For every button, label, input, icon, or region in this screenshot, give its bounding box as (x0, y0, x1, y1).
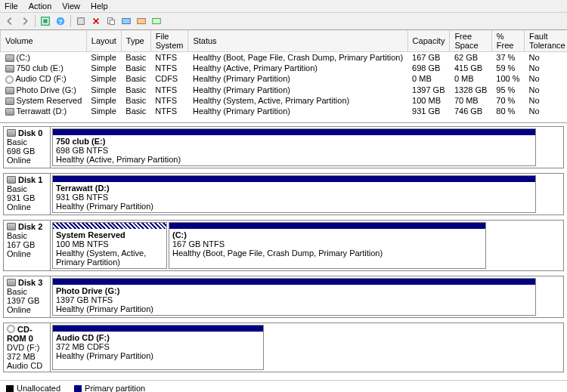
disk-partitions: System Reserved100 MB NTFSHealthy (Syste… (51, 221, 563, 270)
table-row[interactable]: System ReservedSimpleBasicNTFSHealthy (S… (1, 95, 568, 106)
menu-help[interactable]: Help (91, 2, 108, 11)
menubar: File Action View Help (0, 0, 567, 13)
partition-header (53, 326, 263, 332)
svg-rect-1 (43, 19, 47, 23)
partition-header (53, 223, 166, 229)
table-row[interactable]: Audio CD (F:)SimpleBasicCDFSHealthy (Pri… (1, 73, 568, 85)
menu-file[interactable]: File (5, 2, 18, 11)
action3-icon[interactable] (150, 14, 163, 28)
disk-partitions: Photo Drive (G:)1397 GB NTFSHealthy (Pri… (51, 276, 563, 317)
svg-rect-9 (153, 19, 161, 24)
action1-icon[interactable] (119, 14, 133, 28)
disk-icon (7, 279, 16, 286)
partition-body: System Reserved100 MB NTFSHealthy (Syste… (53, 229, 166, 268)
table-row[interactable]: Terrawatt (D:)SimpleBasicNTFSHealthy (Pr… (1, 106, 568, 116)
refresh-button[interactable] (39, 14, 52, 28)
properties-icon[interactable] (104, 14, 118, 28)
settings-icon[interactable] (74, 14, 88, 28)
disk-info[interactable]: Disk 1Basic931 GBOnline (4, 174, 51, 215)
partition[interactable]: Photo Drive (G:)1397 GB NTFSHealthy (Pri… (52, 278, 536, 316)
svg-text:?: ? (58, 17, 63, 26)
partition[interactable]: (C:)167 GB NTFSHealthy (Boot, Page File,… (169, 222, 486, 269)
partition-header (169, 223, 485, 229)
partition-header (53, 176, 535, 182)
help-icon[interactable]: ? (54, 14, 67, 28)
volume-icon (5, 97, 14, 105)
partition[interactable]: Audio CD (F:)372 MB CDFSHealthy (Primary… (52, 325, 264, 370)
cdrom-icon (7, 325, 15, 333)
swatch-primary-icon (74, 385, 82, 392)
disk-info[interactable]: Disk 2Basic167 GBOnline (4, 221, 51, 270)
disk-graphical-view: Disk 0Basic698 GBOnline750 club (E:)698 … (0, 122, 567, 380)
table-row[interactable]: (C:)SimpleBasicNTFSHealthy (Boot, Page F… (1, 52, 568, 63)
volume-icon (5, 65, 14, 73)
col-filesystem[interactable]: File System (150, 30, 188, 52)
separator (70, 15, 71, 27)
table-header-row: Volume Layout Type File System Status Ca… (1, 30, 568, 52)
disk-icon (7, 223, 16, 230)
disk-partitions: Terrawatt (D:)931 GB NTFSHealthy (Primar… (51, 174, 563, 215)
disk-partitions: Audio CD (F:)372 MB CDFSHealthy (Primary… (51, 323, 563, 372)
partition-body: Terrawatt (D:)931 GB NTFSHealthy (Primar… (53, 182, 535, 212)
delete-icon[interactable] (89, 14, 103, 28)
legend: Unallocated Primary partition (0, 380, 567, 392)
volume-icon (5, 108, 14, 116)
disk-row: Disk 2Basic167 GBOnlineSystem Reserved10… (3, 220, 564, 271)
disk-info[interactable]: CD-ROM 0DVD (F:)372 MBAudio CD (4, 323, 51, 372)
partition[interactable]: Terrawatt (D:)931 GB NTFSHealthy (Primar… (52, 175, 536, 213)
svg-rect-4 (78, 18, 85, 25)
legend-primary: Primary partition (74, 384, 145, 392)
volume-icon (5, 87, 14, 94)
swatch-unallocated-icon (6, 385, 14, 392)
partition-body: Audio CD (F:)372 MB CDFSHealthy (Primary… (53, 332, 263, 362)
partition-header (53, 279, 535, 285)
disk-info[interactable]: Disk 3Basic1397 GBOnline (4, 276, 51, 317)
partition-body: (C:)167 GB NTFSHealthy (Boot, Page File,… (169, 229, 485, 259)
back-button[interactable] (3, 14, 17, 28)
forward-button[interactable] (18, 14, 32, 28)
col-layout[interactable]: Layout (86, 30, 121, 52)
col-freespace[interactable]: Free Space (450, 30, 491, 52)
table-row[interactable]: Photo Drive (G:)SimpleBasicNTFSHealthy (… (1, 85, 568, 95)
col-volume[interactable]: Volume (1, 30, 87, 52)
menu-view[interactable]: View (62, 2, 80, 11)
volume-icon (5, 54, 14, 62)
col-capacity[interactable]: Capacity (407, 30, 450, 52)
disk-icon (7, 129, 16, 137)
cd-icon (5, 76, 14, 84)
action2-icon[interactable] (135, 14, 148, 28)
col-pctfree[interactable]: % Free (491, 30, 524, 52)
disk-info[interactable]: Disk 0Basic698 GBOnline (4, 127, 51, 168)
disk-row: Disk 0Basic698 GBOnline750 club (E:)698 … (3, 126, 564, 168)
partition[interactable]: System Reserved100 MB NTFSHealthy (Syste… (52, 222, 167, 269)
disk-partitions: 750 club (E:)698 GB NTFSHealthy (Active,… (51, 127, 563, 168)
disk-row: CD-ROM 0DVD (F:)372 MBAudio CDAudio CD (… (3, 323, 564, 372)
col-type[interactable]: Type (121, 30, 150, 52)
disk-icon (7, 176, 16, 184)
table-row[interactable]: 750 club (E:)SimpleBasicNTFSHealthy (Act… (1, 63, 568, 73)
disk-row: Disk 3Basic1397 GBOnlinePhoto Drive (G:)… (3, 276, 564, 318)
partition-body: 750 club (E:)698 GB NTFSHealthy (Active,… (53, 135, 535, 165)
col-fault[interactable]: Fault Tolerance (525, 30, 567, 52)
disk-row: Disk 1Basic931 GBOnlineTerrawatt (D:)931… (3, 173, 564, 215)
partition-body: Photo Drive (G:)1397 GB NTFSHealthy (Pri… (53, 285, 535, 315)
col-status[interactable]: Status (188, 30, 407, 52)
volume-table: Volume Layout Type File System Status Ca… (0, 30, 567, 116)
svg-rect-7 (122, 19, 131, 24)
legend-unallocated: Unallocated (6, 384, 60, 392)
partition[interactable]: 750 club (E:)698 GB NTFSHealthy (Active,… (52, 128, 536, 166)
svg-rect-6 (110, 20, 114, 24)
toolbar: ? (0, 13, 567, 30)
separator (35, 15, 36, 27)
menu-action[interactable]: Action (29, 2, 52, 11)
svg-rect-8 (138, 19, 146, 24)
partition-header (53, 129, 535, 135)
